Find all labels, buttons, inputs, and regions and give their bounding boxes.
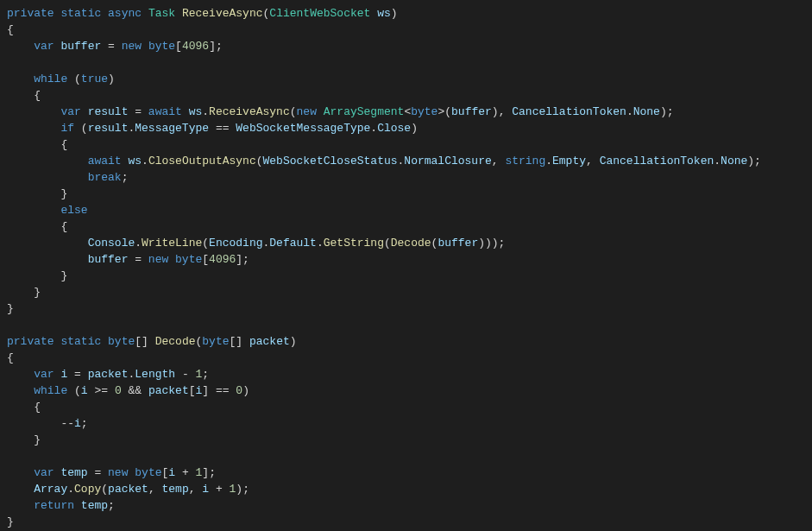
code-line[interactable]: Console.WriteLine(Encoding.Default.GetSt… — [7, 237, 505, 250]
token-kw: new — [297, 105, 317, 118]
token-id: i — [202, 483, 209, 496]
token-pun: . — [142, 155, 148, 168]
token-id: i — [81, 384, 88, 397]
token-pun: - — [175, 368, 195, 381]
token-cfw: if — [60, 122, 74, 135]
token-pun: ) — [391, 7, 398, 20]
code-line[interactable]: { — [7, 401, 41, 414]
code-line[interactable]: } — [7, 269, 67, 282]
token-pun: = — [101, 40, 121, 53]
token-pun — [7, 122, 60, 135]
token-pun: ))); — [478, 237, 505, 250]
token-id: result — [88, 122, 129, 135]
token-pun — [7, 466, 34, 479]
token-pun: = — [128, 105, 148, 118]
token-pun: . — [714, 155, 721, 168]
code-line[interactable]: { — [7, 89, 41, 102]
token-pun — [7, 73, 34, 85]
code-line[interactable]: } — [7, 433, 41, 446]
code-line[interactable]: } — [7, 286, 41, 299]
token-pun: ( — [101, 483, 108, 496]
token-num: 0 — [236, 384, 242, 397]
code-line[interactable]: buffer = new byte[4096]; — [7, 253, 249, 266]
token-id: WebSocketMessageType — [236, 122, 370, 135]
token-pun: . — [370, 122, 377, 135]
code-line[interactable]: { — [7, 351, 14, 364]
token-pun: } — [7, 187, 67, 200]
token-pun — [7, 483, 34, 496]
token-pun: ); — [236, 483, 249, 496]
token-pun: { — [7, 89, 41, 102]
token-kw: byte — [175, 253, 202, 266]
code-line[interactable]: } — [7, 515, 14, 528]
token-cfw: await — [148, 105, 182, 118]
token-kw: static — [60, 7, 101, 20]
token-id: None — [633, 105, 660, 118]
token-id: MessageType — [135, 122, 209, 135]
token-id: buffer — [451, 105, 492, 118]
code-line[interactable]: private static byte[] Decode(byte[] pack… — [7, 335, 297, 348]
token-pun: = — [88, 466, 108, 479]
code-line[interactable]: --i; — [7, 417, 88, 430]
token-pun: ( — [290, 105, 297, 118]
token-num: 4096 — [182, 40, 209, 53]
token-cfw: break — [88, 171, 122, 184]
code-line[interactable]: { — [7, 23, 14, 36]
code-line[interactable]: Array.Copy(packet, temp, i + 1); — [7, 483, 249, 496]
code-line[interactable]: { — [7, 220, 67, 233]
token-fn: CloseOutputAsync — [148, 155, 256, 168]
token-pun: ( — [67, 73, 81, 85]
code-line[interactable]: var i = packet.Length - 1; — [7, 368, 209, 381]
token-id: result — [88, 105, 129, 118]
token-kw: var — [34, 466, 54, 479]
token-id: buffer — [437, 237, 478, 250]
token-pun: { — [7, 220, 67, 233]
token-pun: == — [209, 122, 236, 135]
token-kw: var — [60, 105, 80, 118]
token-id: CancellationToken — [600, 155, 714, 168]
code-line[interactable]: while (true) — [7, 73, 115, 85]
token-id: Length — [135, 368, 175, 381]
code-editor[interactable]: private static async Task ReceiveAsync(C… — [0, 0, 812, 531]
token-id: temp — [81, 499, 108, 512]
code-line[interactable]: while (i >= 0 && packet[i] == 0) — [7, 384, 249, 397]
code-line[interactable]: await ws.CloseOutputAsync(WebSocketClose… — [7, 155, 761, 168]
code-line[interactable]: var buffer = new byte[4096]; — [7, 40, 223, 53]
token-pun: ) — [290, 335, 297, 348]
token-pun: + — [175, 466, 195, 479]
token-pun: ) — [242, 384, 249, 397]
token-pun: [ — [202, 253, 209, 266]
token-pun — [7, 40, 34, 53]
token-pun — [142, 40, 148, 53]
token-pun — [7, 105, 60, 118]
token-pun: . — [67, 483, 74, 496]
code-line[interactable]: { — [7, 138, 67, 151]
token-pun: } — [7, 515, 14, 528]
token-pun: = — [67, 368, 87, 381]
code-line[interactable]: } — [7, 302, 14, 315]
code-line[interactable]: return temp; — [7, 499, 115, 512]
token-pun: } — [7, 302, 14, 315]
code-line[interactable]: } — [7, 187, 67, 200]
token-pun: -- — [7, 417, 74, 430]
code-line[interactable]: break; — [7, 171, 128, 184]
code-line[interactable]: if (result.MessageType == WebSocketMessa… — [7, 122, 418, 135]
code-line[interactable]: var result = await ws.ReceiveAsync(new A… — [7, 105, 674, 118]
token-pun — [7, 384, 34, 397]
code-line[interactable]: private static async Task ReceiveAsync(C… — [7, 7, 398, 20]
token-pun: ); — [747, 155, 761, 168]
token-pun: && — [122, 384, 148, 397]
token-cfw: return — [34, 499, 74, 512]
token-typ: ClientWebSocket — [269, 7, 370, 20]
token-pun: } — [7, 269, 67, 282]
token-id: temp — [162, 483, 189, 496]
code-line[interactable]: else — [7, 204, 88, 217]
token-pun — [7, 253, 88, 266]
token-pun: } — [7, 433, 41, 446]
code-line[interactable]: var temp = new byte[i + 1]; — [7, 466, 216, 479]
token-pun — [7, 204, 60, 217]
token-id: WebSocketCloseStatus — [263, 155, 398, 168]
token-pun — [7, 171, 88, 184]
token-id: packet — [148, 384, 189, 397]
token-id: Empty — [552, 155, 586, 168]
